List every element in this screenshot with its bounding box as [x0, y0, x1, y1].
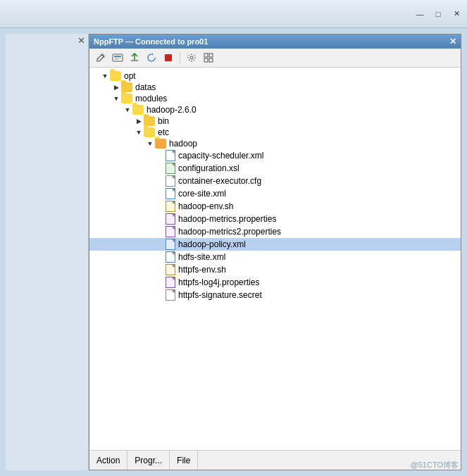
- tree-item-capacity-scheduler[interactable]: capacity-scheduler.xml: [89, 149, 461, 162]
- folder-icon-opt: [110, 71, 121, 81]
- svg-rect-2: [114, 58, 121, 58]
- tree-item-hdfs-site[interactable]: hdfs-site.xml: [89, 251, 461, 263]
- tree-item-httpfs-env[interactable]: httpfs-env.sh: [89, 263, 461, 276]
- tree-item-configuration-xsl[interactable]: configuration.xsl: [89, 162, 461, 175]
- nppftp-title-label: NppFTP — Connected to pro01: [94, 37, 208, 46]
- watermark: @51CTO博客: [411, 460, 459, 470]
- status-tab-file[interactable]: File: [170, 451, 198, 470]
- close-button[interactable]: ✕: [452, 9, 461, 19]
- tree-item-hadoop-env[interactable]: hadoop-env.sh: [89, 200, 461, 213]
- folder-icon-bin: [144, 116, 155, 126]
- folder-icon-hadoop: [155, 139, 166, 149]
- file-icon-core-site: [166, 188, 175, 199]
- file-icon-httpfs-signature: [166, 289, 175, 301]
- toolbar-edit-button[interactable]: [94, 51, 108, 65]
- tree-label-hadoop-metrics2: hadoop-metrics2.properties: [178, 227, 281, 237]
- tree-label-container-executor: container-executor.cfg: [178, 176, 261, 186]
- svg-rect-6: [204, 54, 208, 57]
- nppftp-panel: NppFTP — Connected to pro01 ✕: [89, 34, 461, 470]
- tree-item-core-site[interactable]: core-site.xml: [89, 187, 461, 200]
- file-icon-hadoop-env: [166, 201, 175, 212]
- tree-label-bin: bin: [158, 116, 169, 126]
- tree-item-httpfs-signature[interactable]: httpfs-signature.secret: [89, 289, 461, 301]
- tree-item-opt[interactable]: ▼ opt: [89, 70, 461, 82]
- tree-item-hadoop-policy[interactable]: hadoop-policy.xml: [89, 238, 461, 251]
- status-tab-progress[interactable]: Progr...: [127, 451, 170, 470]
- tree-arrow-etc: ▼: [135, 128, 143, 137]
- tree-label-core-site: core-site.xml: [178, 189, 226, 199]
- tree-arrow-bin: ▶: [135, 117, 143, 125]
- outer-window: — □ ✕ ✕ NppFTP — Connected to pro01 ✕: [0, 0, 467, 476]
- tree-arrow-hadoop: ▼: [146, 139, 154, 148]
- svg-rect-1: [114, 56, 121, 57]
- title-bar: — □ ✕: [0, 0, 467, 28]
- tree-arrow-opt: ▼: [101, 72, 109, 80]
- tree-label-hadoop: hadoop: [169, 139, 197, 149]
- file-icon-httpfs-env: [166, 264, 175, 275]
- svg-rect-3: [114, 59, 118, 60]
- tree-item-hadoop-metrics[interactable]: hadoop-metrics.properties: [89, 213, 461, 225]
- tree-label-hadoop-policy: hadoop-policy.xml: [178, 239, 246, 249]
- status-tab-action[interactable]: Action: [89, 451, 127, 470]
- file-icon-hadoop-metrics2: [166, 226, 175, 237]
- window-controls: — □ ✕: [415, 9, 461, 19]
- file-icon-hadoop-metrics: [166, 213, 175, 225]
- toolbar-separator: [180, 52, 180, 63]
- svg-rect-4: [165, 54, 172, 61]
- toolbar-stop-button[interactable]: [161, 51, 175, 65]
- tree-label-httpfs-log4j: httpfs-log4j.properties: [178, 277, 259, 287]
- tree-item-hadoop[interactable]: ▼ hadoop: [89, 138, 461, 149]
- file-icon-hdfs-site: [166, 251, 175, 263]
- tree-label-httpfs-signature: httpfs-signature.secret: [178, 290, 262, 300]
- file-icon-capacity-scheduler: [166, 150, 175, 161]
- tree-item-container-executor[interactable]: container-executor.cfg: [89, 175, 461, 187]
- tree-label-hadoop-env: hadoop-env.sh: [178, 201, 234, 211]
- svg-point-5: [190, 56, 193, 59]
- toolbar-grid-button[interactable]: [201, 51, 216, 65]
- left-sidebar: ✕: [6, 34, 89, 470]
- file-icon-configuration-xsl: [166, 163, 175, 174]
- toolbar-upload-button[interactable]: [127, 51, 142, 65]
- tree-item-datas[interactable]: ▶ datas: [89, 82, 461, 93]
- main-area: ✕ NppFTP — Connected to pro01 ✕: [0, 28, 467, 476]
- toolbar-settings-button[interactable]: [185, 51, 199, 65]
- tree-label-hadoop-260: hadoop-2.6.0: [147, 105, 197, 115]
- tree-item-etc[interactable]: ▼ etc: [89, 127, 461, 138]
- folder-icon-etc: [144, 127, 155, 137]
- folder-icon-hadoop-260: [132, 105, 144, 115]
- maximize-button[interactable]: □: [433, 9, 443, 19]
- tree-item-hadoop-metrics2[interactable]: hadoop-metrics2.properties: [89, 225, 461, 238]
- svg-rect-7: [209, 54, 213, 57]
- status-bar: Action Progr... File: [89, 450, 461, 470]
- folder-icon-modules: [121, 94, 132, 104]
- file-icon-container-executor: [166, 175, 175, 187]
- tree-label-capacity-scheduler: capacity-scheduler.xml: [178, 151, 263, 161]
- file-icon-httpfs-log4j: [166, 277, 175, 288]
- file-tree[interactable]: ▼ opt ▶ datas ▼ m: [89, 68, 461, 450]
- side-close-button[interactable]: ✕: [6, 34, 88, 47]
- tree-item-modules[interactable]: ▼ modules: [89, 93, 461, 104]
- tree-item-httpfs-log4j[interactable]: httpfs-log4j.properties: [89, 276, 461, 289]
- nppftp-toolbar: [89, 49, 461, 68]
- tree-arrow-hadoop-260: ▼: [123, 106, 132, 114]
- tree-label-hdfs-site: hdfs-site.xml: [178, 252, 225, 262]
- nppftp-title-bar: NppFTP — Connected to pro01 ✕: [89, 35, 461, 49]
- tree-arrow-datas: ▶: [112, 83, 120, 92]
- tree-arrow-modules: ▼: [112, 94, 120, 103]
- tree-label-modules: modules: [135, 94, 167, 104]
- toolbar-refresh-button[interactable]: [144, 51, 158, 65]
- svg-rect-9: [209, 58, 213, 62]
- nppftp-close-button[interactable]: ✕: [449, 37, 456, 46]
- tree-label-datas: datas: [135, 82, 156, 92]
- folder-icon-datas: [121, 82, 132, 92]
- toolbar-connect-button[interactable]: [111, 51, 125, 65]
- tree-label-etc: etc: [158, 127, 169, 137]
- file-icon-hadoop-policy: [166, 239, 175, 250]
- tree-label-opt: opt: [124, 71, 136, 81]
- tree-label-httpfs-env: httpfs-env.sh: [178, 265, 226, 275]
- minimize-button[interactable]: —: [415, 9, 425, 19]
- tree-label-hadoop-metrics: hadoop-metrics.properties: [178, 214, 276, 224]
- svg-rect-8: [204, 58, 208, 62]
- tree-label-configuration-xsl: configuration.xsl: [178, 163, 239, 173]
